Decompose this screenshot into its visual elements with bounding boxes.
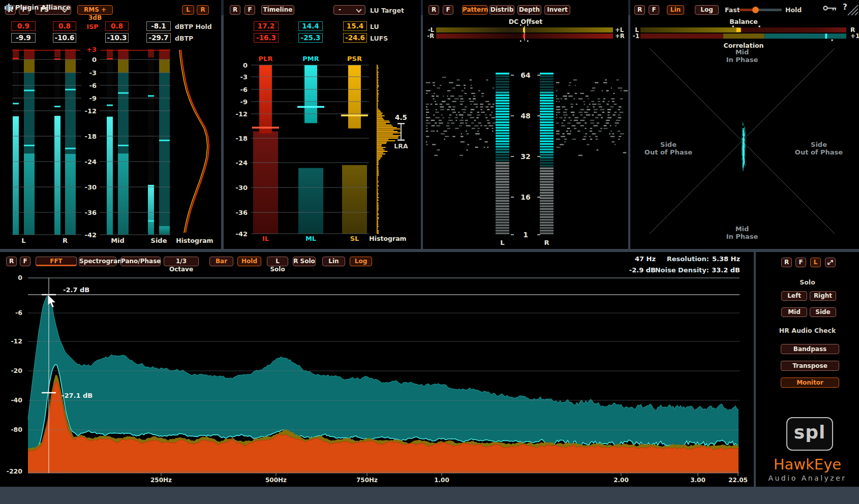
- label: 500Hz: [265, 477, 287, 484]
- label: -12: [85, 107, 97, 115]
- reset-button[interactable]: R: [781, 258, 792, 267]
- monitor-button[interactable]: Monitor: [781, 377, 839, 388]
- label: +1: [850, 33, 859, 40]
- label: Out of Phase: [795, 148, 843, 156]
- label: Mid: [735, 48, 749, 56]
- channel-labels: LRMidSideHistogram: [21, 237, 213, 244]
- solo-mid-button[interactable]: Mid: [781, 307, 807, 317]
- label: -12: [236, 110, 248, 118]
- ratio-meters: PLRILPMRMLPSRSL: [252, 55, 368, 242]
- spl-logo: spl: [786, 417, 833, 451]
- bit-meters: 644832161LR: [496, 71, 554, 247]
- label: -6: [89, 82, 97, 89]
- goniometer-graphic: BalanceLR-1+1CorrelationMidIn PhaseMidIn…: [630, 0, 859, 249]
- meter-PLR: PLRIL: [252, 55, 279, 242]
- label: 2.00: [613, 477, 629, 484]
- label: 750Hz: [356, 477, 378, 484]
- label: -27.1 dB: [62, 392, 93, 399]
- label: 22.05: [728, 477, 748, 484]
- spectrum-plot[interactable]: 0-6-12-20-40-80-220250Hz500Hz750Hz1.002.…: [0, 252, 754, 487]
- bandpass-button[interactable]: Bandpass: [781, 344, 839, 354]
- label: -6: [15, 309, 22, 317]
- label: -30: [236, 184, 248, 192]
- solo-left-button[interactable]: Left: [781, 291, 807, 301]
- label: Balance: [729, 18, 757, 25]
- level-meter-panel: R F FS RMS + 3dB L R 0.9 0.8 ISP 0.8 -8.…: [0, 0, 221, 249]
- label: Out of Phase: [645, 148, 692, 156]
- level-meter-Side: [148, 49, 170, 235]
- label: In Phase: [726, 56, 758, 64]
- label: -40: [11, 396, 22, 404]
- scale-gridlines: +30-3-6-9-12-18-24-30-36-42: [12, 46, 171, 239]
- label: Side: [660, 141, 677, 148]
- meter-bars: [13, 49, 170, 235]
- label: -36: [85, 209, 97, 216]
- label: -24: [85, 158, 97, 166]
- plugin-alliance-label[interactable]: Plugin Alliance: [15, 4, 71, 11]
- label: 48: [520, 112, 530, 120]
- label: IL: [262, 235, 269, 242]
- label: DC Offset: [509, 18, 543, 25]
- key-icon[interactable]: [822, 4, 839, 12]
- label: -9: [89, 94, 97, 102]
- dc-offset-meters: DC Offset-L+L-R+R: [427, 18, 624, 42]
- label: Histogram: [369, 235, 406, 242]
- label: L: [500, 239, 504, 246]
- solo-side-button[interactable]: Side: [810, 307, 836, 317]
- label: -20: [11, 367, 22, 374]
- label: -9: [240, 98, 248, 106]
- label: PSR: [347, 55, 362, 62]
- label: Mid: [111, 237, 125, 244]
- label: 1: [523, 231, 528, 239]
- label: -18: [236, 135, 248, 142]
- meter-PMR: PMRML: [297, 55, 324, 242]
- loudness-meters-graphic: PLRILPMRMLPSRSL0-3-6-9-12-18-24-30-36-42…: [224, 0, 421, 249]
- label: 64: [520, 71, 531, 79]
- label: LRA: [394, 142, 408, 150]
- label: 0: [18, 274, 22, 281]
- fft-areas: [28, 295, 739, 473]
- label: L: [21, 237, 25, 244]
- label: -3: [89, 69, 97, 77]
- l-button[interactable]: L: [810, 258, 821, 267]
- label: 0: [243, 61, 248, 69]
- label: 0: [92, 56, 97, 64]
- label: -1: [633, 33, 639, 40]
- bit-meter-graphic: DC Offset-L+L-R+R644832161LR: [423, 0, 628, 249]
- loudness-panel: R F Timeline - LU Target 17.2 14.4 15.4 …: [224, 0, 421, 249]
- label: -30: [85, 183, 97, 191]
- goniometer: MidIn PhaseMidIn PhaseSideOut of PhaseSi…: [645, 48, 843, 240]
- level-meter-L: [13, 49, 35, 235]
- correlation-meter: -1+1Correlation: [633, 33, 859, 49]
- label: -6: [240, 86, 248, 93]
- label: -24: [236, 159, 248, 167]
- label: PMR: [302, 55, 319, 62]
- resize-handle-icon[interactable]: [847, 4, 859, 16]
- stereo-image-blob: [742, 121, 746, 171]
- balance-meter: BalanceLR: [635, 18, 855, 34]
- label: -3: [240, 73, 248, 81]
- label: Side: [811, 141, 827, 148]
- level-meter-Mid: [107, 49, 129, 235]
- product-tagline: Audio Analyzer: [756, 474, 859, 482]
- label: -R: [427, 33, 434, 40]
- collapse-button[interactable]: [825, 258, 836, 267]
- meter-PSR: PSRSL: [341, 55, 368, 242]
- solo-right-button[interactable]: Right: [810, 291, 836, 301]
- hawkeye-window: R F FS RMS + 3dB L R 0.9 0.8 ISP 0.8 -8.…: [0, 0, 859, 504]
- label: SL: [350, 235, 359, 242]
- plugin-alliance-icon: [4, 3, 13, 13]
- side-control-panel: R F L Solo Left Right Mid Side HR Audio …: [756, 252, 859, 487]
- freeze-button[interactable]: F: [795, 258, 806, 267]
- label: -80: [11, 426, 22, 433]
- label: ML: [305, 235, 316, 242]
- label: 3.00: [690, 477, 705, 484]
- label: 32: [520, 152, 530, 161]
- bit-meter-panel: R F Pattern Distrib Depth Invert DC Offs…: [423, 0, 628, 249]
- transpose-button[interactable]: Transpose: [781, 361, 839, 371]
- label: -12: [11, 337, 22, 345]
- label: -42: [85, 231, 97, 239]
- label: Mid: [735, 225, 749, 233]
- product-name: HawkEye: [756, 456, 859, 473]
- level-meters-graphic: +30-3-6-9-12-18-24-30-36-42LRMidSideHist…: [0, 0, 221, 249]
